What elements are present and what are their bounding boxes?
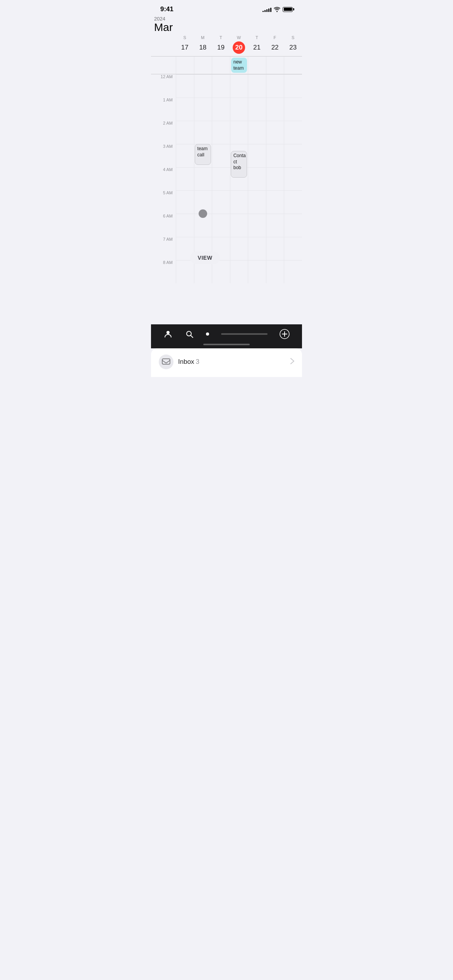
add-icon[interactable] [280,329,290,339]
event-team-call[interactable]: team call [195,144,211,165]
allday-cell-2 [212,57,230,74]
grid-cell-r2-c2 [212,121,230,144]
battery-icon [283,7,293,12]
grid-cell-r2-c5 [266,121,284,144]
event-new-team[interactable]: new team [231,58,247,73]
week-day-col-2[interactable]: T19 [212,35,230,54]
inbox-text: Inbox3 [178,358,199,366]
week-day-col-5[interactable]: F22 [266,35,284,54]
person-icon[interactable] [163,329,173,339]
day-name-6: S [292,35,295,40]
signal-icon [263,7,271,12]
grid-cell-r6-c2 [212,214,230,237]
dot-indicator [206,332,209,336]
grid-cell-r1-c6 [284,98,302,121]
grid-cell-r5-c2 [212,190,230,214]
inbox-count: 3 [196,358,199,365]
day-name-2: T [220,35,222,40]
grid-scroll-area[interactable]: 12 AM1 AM2 AM3 AM4 AM5 AM6 AM7 AM8 AMtea… [151,74,302,324]
wifi-icon [274,7,280,12]
grid-cell-r8-c4 [248,260,266,283]
grid-cell-r2-c4 [248,121,266,144]
time-label-1: 1 AM [151,98,176,121]
grid-cell-r1-c4 [248,98,266,121]
grid-cell-r0-c5 [266,74,284,98]
allday-cell-5 [266,57,284,74]
grid-cell-r3-c4 [248,144,266,167]
grid-cell-r5-c6 [284,190,302,214]
grid-cell-r2-c6 [284,121,302,144]
grid-cell-r7-c5 [266,237,284,260]
day-name-4: T [256,35,258,40]
grid-cell-r3-c0 [176,144,194,167]
allday-cell-4 [248,57,266,74]
grid-cell-r7-c4 [248,237,266,260]
year-month-label: 2024 Mar [154,16,173,34]
year-text: 2024 [154,16,173,22]
grid-cell-r5-c0 [176,190,194,214]
week-day-col-0[interactable]: S17 [176,35,194,54]
svg-point-1 [187,331,191,336]
grid-cell-r4-c6 [284,167,302,190]
day-number-2: 19 [214,41,227,54]
week-header: S17M18T19W20T21F22S23 [151,35,302,57]
grid-cell-r1-c5 [266,98,284,121]
time-label-0: 12 AM [151,74,176,98]
grid-cell-r8-c5 [266,260,284,283]
view-button[interactable]: VIEW [190,252,220,264]
calendar-header: 2024 Mar S17M18T19W20T21F22S23 [151,15,302,57]
grid-cell-r6-c4 [248,214,266,237]
week-header-spacer [151,35,176,54]
search-icon[interactable] [185,329,194,339]
svg-point-0 [166,331,170,334]
week-day-col-3[interactable]: W20 [230,35,248,54]
grid-cell-r0-c0 [176,74,194,98]
grid-cell-r0-c1 [194,74,212,98]
grid-cell-r4-c2 [212,167,230,190]
day-number-6: 23 [287,41,299,54]
grid-cell-r1-c1 [194,98,212,121]
status-bar: 9:41 [151,0,302,15]
allday-cell-3: new team [230,57,248,74]
time-label-6: 6 AM [151,214,176,237]
inbox-left: Inbox3 [159,355,199,369]
grid-cell-r4-c4 [248,167,266,190]
bottom-toolbar [151,324,302,342]
home-bar-placeholder [221,333,268,335]
grid-cell-r3-c5 [266,144,284,167]
allday-cell-6 [284,57,302,74]
grid-cell-r0-c6 [284,74,302,98]
day-name-5: F [274,35,276,40]
svg-line-2 [191,336,193,338]
home-indicator [203,344,250,345]
month-text: Mar [154,22,173,34]
status-time: 9:41 [160,5,173,13]
day-number-0: 17 [178,41,191,54]
grid-cell-r8-c6 [284,260,302,283]
time-label-5: 5 AM [151,190,176,214]
week-day-col-4[interactable]: T21 [248,35,266,54]
grid-cell-r5-c4 [248,190,266,214]
grid-cell-r6-c5 [266,214,284,237]
time-label-3: 3 AM [151,144,176,167]
allday-cell-1 [194,57,212,74]
week-day-col-6[interactable]: S23 [284,35,302,54]
grid-cell-r0-c2 [212,74,230,98]
time-label-2: 2 AM [151,121,176,144]
calendar-grid: 12 AM1 AM2 AM3 AM4 AM5 AM6 AM7 AM8 AMtea… [151,74,302,283]
grid-cell-r5-c5 [266,190,284,214]
inbox-panel[interactable]: Inbox3 [151,348,302,377]
grid-cell-r8-c0 [176,260,194,283]
grid-cell-r6-c0 [176,214,194,237]
day-number-5: 22 [269,41,281,54]
inbox-icon [159,355,173,369]
day-number-4: 21 [251,41,263,54]
inbox-chevron[interactable] [290,358,294,366]
grid-cell-r2-c0 [176,121,194,144]
event-contact-bob[interactable]: Conta ct bob [231,151,247,178]
grid-cell-r2-c1 [194,121,212,144]
grid-cell-r3-c6 [284,144,302,167]
allday-label [151,57,176,74]
grid-cell-r6-c6 [284,214,302,237]
week-day-col-1[interactable]: M18 [194,35,212,54]
